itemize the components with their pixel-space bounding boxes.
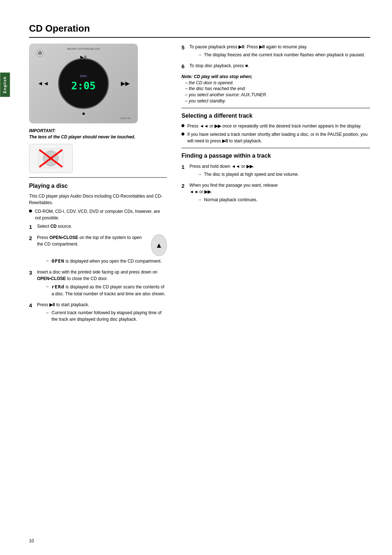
aux-label: AUX IN: [121, 116, 130, 120]
playing-disc-intro: This CD player plays Audio Discs includi…: [29, 193, 167, 206]
step-3-pre: Insert a disc with the printed side faci…: [37, 270, 158, 275]
step-4-content: Press ▶II to start playback. → Current t…: [37, 301, 167, 324]
bullet-dot-select-2: [181, 133, 184, 135]
step-5-text: To pause playback press ▶II. Press ▶II a…: [189, 44, 307, 49]
arrow-sym-3: →: [45, 283, 49, 290]
select-bullet-2: If you have selected a track number shor…: [181, 131, 370, 144]
step-2-num: 2: [29, 234, 34, 243]
sidebar-label: English: [3, 76, 7, 93]
select-bullet-2-text: If you have selected a track number shor…: [187, 131, 370, 144]
bullet-dot-select-1: [181, 124, 184, 127]
note-block: Note: CD play will also stop when; – the…: [181, 74, 370, 104]
step-2-with-image: Press OPEN•CLOSE on the top of the syste…: [37, 234, 167, 256]
step-4: 4 Press ▶II to start playback. → Current…: [29, 301, 167, 324]
step-4-text: Press ▶II to start playback.: [37, 302, 89, 307]
step-3: 3 Insert a disc with the printed side fa…: [29, 269, 167, 299]
step-6: 6 To stop disc playback, press ■.: [181, 62, 370, 71]
step-6-num: 6: [181, 62, 187, 71]
left-column: MICRO SYSTEM MC100 ▶II ◄◄ ▶▶ DISC 2:05: [29, 44, 167, 327]
find-step-2-num: 2: [181, 182, 187, 190]
cd-display: DISC 2:05: [58, 58, 109, 109]
bullet-dot-1: [29, 210, 32, 212]
page-number: 10: [29, 538, 34, 544]
find-step-1: 1 Press and hold down ◄◄ or ▶▶. → The di…: [181, 163, 370, 179]
step-3-post: to close the CD door.: [66, 276, 108, 281]
step-6-text: To stop disc playback, press ■.: [189, 63, 249, 68]
step-2-arrow-desc: is displayed when you open the CD compar…: [66, 259, 162, 264]
find-step-1-num: 1: [181, 163, 187, 171]
find-step-1-arrow: → The disc is played at high speed and l…: [197, 171, 299, 178]
step-4-arrow: → Current track number followed by elaps…: [45, 309, 167, 323]
step-4-num: 4: [29, 301, 34, 310]
divider-2: [181, 108, 370, 108]
step-3-num: 3: [29, 269, 34, 277]
next-track-btn: ▶▶: [121, 80, 130, 88]
read-display: rERd: [52, 284, 64, 289]
stop-btn: ■: [82, 111, 85, 117]
step-2-text: Press OPEN•CLOSE on the top of the syste…: [37, 234, 144, 247]
find-step-2-text: When you find the passage you want, rele…: [189, 183, 278, 194]
find-step-1-text: Press and hold down ◄◄ or ▶▶.: [189, 164, 254, 169]
time-display: 2:05: [71, 79, 95, 93]
note-title: Note: CD play will also stop when;: [181, 74, 370, 80]
arrow-sym-f2: →: [197, 197, 202, 203]
note-item-2: – the disc has reached the end.: [185, 86, 370, 92]
do-not-touch-image: [29, 144, 73, 173]
bullet-text-1: CD-ROM, CD-I, CDV, VCD, DVD or computer …: [35, 208, 167, 221]
step-5-content: To pause playback press ▶II. Press ▶II a…: [189, 44, 365, 60]
important-text: The lens of the CD player should never b…: [29, 134, 167, 140]
step-2-arrow: → OPEN is displayed when you open the CD…: [45, 258, 167, 265]
select-bullet-1: Press ◄◄ or ▶▶ once or repeatedly until …: [181, 123, 370, 129]
step-3-bold: OPEN•CLOSE: [37, 276, 66, 281]
cd-player-image: MICRO SYSTEM MC100 ▶II ◄◄ ▶▶ DISC 2:05: [29, 44, 138, 123]
step-2-content: Press OPEN•CLOSE on the top of the syste…: [37, 234, 167, 266]
step-3-arrow: → rERd is displayed as the CD player sca…: [45, 283, 167, 297]
step-5-arrow-desc: The display freezes and the current trac…: [204, 52, 365, 58]
step-3-arrow-desc: is displayed as the CD player scans the …: [52, 284, 166, 296]
open-close-label: OPEN•CLOSE: [49, 235, 78, 240]
find-step-1-content: Press and hold down ◄◄ or ▶▶. → The disc…: [189, 163, 299, 179]
finding-title: Finding a passage within a track: [181, 152, 370, 160]
prev-track-btn: ◄◄: [37, 80, 49, 88]
playing-disc-title: Playing a disc: [29, 182, 167, 190]
divider-1: [29, 177, 167, 178]
arrow-sym-5: →: [197, 52, 202, 58]
power-button: ⏻: [36, 49, 44, 57]
right-column: 5 To pause playback press ▶II. Press ▶II…: [181, 44, 370, 327]
step-1-text: Select CD source.: [37, 223, 72, 230]
two-column-layout: MICRO SYSTEM MC100 ▶II ◄◄ ▶▶ DISC 2:05: [29, 44, 370, 327]
arrow-sym-4: →: [45, 309, 49, 316]
step-2-arrow-text: OPEN is displayed when you open the CD c…: [52, 258, 162, 265]
important-box: IMPORTANT: The lens of the CD player sho…: [29, 128, 167, 140]
important-title: IMPORTANT:: [29, 128, 167, 134]
step-5-num: 5: [181, 44, 187, 52]
step-2: 2 Press OPEN•CLOSE on the top of the sys…: [29, 234, 167, 266]
x-cross-icon: [36, 147, 65, 169]
step-1-num: 1: [29, 223, 34, 231]
step-3-content: Insert a disc with the printed side faci…: [37, 269, 167, 299]
arrow-sym-f1: →: [197, 171, 202, 178]
device-label: MICRO SYSTEM MC100: [67, 47, 100, 51]
arrow-sym-2: →: [45, 258, 49, 264]
bullet-item-1: CD-ROM, CD-I, CDV, VCD, DVD or computer …: [29, 208, 167, 221]
note-item-1: – the CD door is opened.: [185, 80, 370, 86]
page-title: CD Operation: [29, 22, 370, 38]
step-5: 5 To pause playback press ▶II. Press ▶II…: [181, 44, 370, 60]
open-close-button-image: ▲: [151, 234, 167, 256]
find-step-2-content: When you find the passage you want, rele…: [189, 182, 278, 204]
find-step-1-arrow-desc: The disc is played at high speed and low…: [204, 171, 299, 178]
step-1: 1 Select CD source.: [29, 223, 167, 231]
page: English CD Operation MICRO SYSTEM MC100 …: [0, 0, 392, 555]
step-5-arrow: → The display freezes and the current tr…: [197, 52, 365, 58]
sidebar-tab: English: [0, 73, 10, 97]
step-3-text: Insert a disc with the printed side faci…: [37, 270, 158, 281]
divider-3: [181, 148, 370, 148]
step-3-arrow-text: rERd is displayed as the CD player scans…: [52, 283, 167, 297]
note-item-3: – you select another source: AUX,TUNER.: [185, 92, 370, 98]
step-4-arrow-desc: Current track number followed by elapsed…: [52, 309, 167, 323]
select-bullet-1-text: Press ◄◄ or ▶▶ once or repeatedly until …: [187, 123, 362, 129]
find-step-2-arrow-desc: Normal playback continues.: [204, 197, 257, 203]
open-display: OPEN: [52, 258, 64, 264]
selecting-title: Selecting a different track: [181, 112, 370, 120]
step-6-content: To stop disc playback, press ■.: [189, 62, 249, 69]
